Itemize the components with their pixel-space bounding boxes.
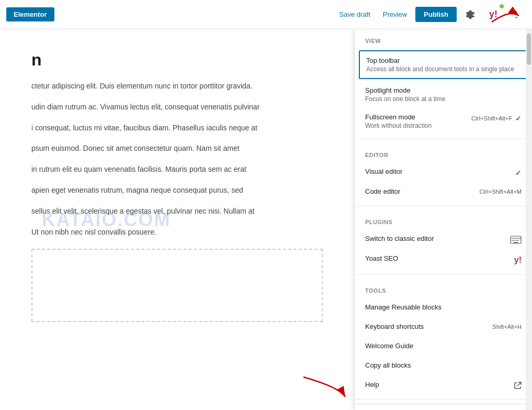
scrollbar-thumb[interactable] — [527, 34, 531, 65]
external-link-icon — [514, 382, 522, 389]
paragraph-8: Ut non nibh nec nisl convallis posuere. — [31, 226, 323, 239]
publish-button[interactable]: Publish — [415, 7, 457, 22]
welcome-guide-title: Welcome Guide — [365, 342, 522, 350]
code-editor-item[interactable]: Code editor Ctrl+Shift+Alt+M — [355, 182, 532, 202]
more-options-button[interactable] — [507, 5, 526, 24]
tools-section: TOOLS Manage Reusable blocks Keyboard sh… — [355, 279, 532, 395]
welcome-guide-item[interactable]: Welcome Guide — [355, 337, 532, 356]
settings-icon-button[interactable] — [461, 5, 480, 24]
plugins-section: PLUGINS Switch to classic editor — [355, 210, 532, 270]
help-title: Help — [365, 381, 508, 389]
paragraph-7: sellus elit velit, scelerisque a egestas… — [31, 205, 323, 218]
yoast-logo-icon: y! — [489, 9, 497, 20]
svg-point-0 — [516, 11, 517, 13]
fullscreen-shortcut: Ctrl+Shift+Alt+F — [471, 115, 512, 121]
keyboard-shortcuts-item[interactable]: Keyboard shortcuts Shift+Alt+H — [355, 317, 532, 337]
switch-classic-title: Switch to classic editor — [365, 235, 504, 242]
fullscreen-mode-item[interactable]: Fullscreen mode Work without distraction… — [355, 108, 532, 135]
copy-all-blocks-item[interactable]: Copy all blocks — [355, 356, 532, 375]
copy-all-blocks-title: Copy all blocks — [365, 361, 522, 369]
fullscreen-check-icon: ✓ — [515, 114, 522, 123]
manage-reusable-item[interactable]: Manage Reusable blocks — [355, 298, 532, 317]
paragraph-2: udin diam rutrum ac. Vivamus lectus elit… — [31, 101, 323, 114]
heading: n — [31, 50, 323, 70]
empty-block — [31, 249, 323, 322]
code-editor-shortcut: Ctrl+Shift+Alt+M — [480, 189, 522, 195]
divider-4 — [355, 399, 532, 400]
spotlight-mode-title: Spotlight mode — [365, 86, 522, 94]
editor-section-label: EDITOR — [355, 143, 532, 162]
help-item[interactable]: Help — [355, 375, 532, 395]
spotlight-mode-desc: Focus on one block at a time — [365, 95, 522, 103]
manage-reusable-title: Manage Reusable blocks — [365, 303, 522, 311]
paragraph-5: in rutrum elit eu quam venenatis facilis… — [31, 163, 323, 176]
keyboard-shortcuts-title: Keyboard shortcuts — [365, 323, 486, 330]
visual-editor-title: Visual editor — [365, 168, 509, 175]
top-bar: Elementor Save draft Preview Publish y! — [0, 0, 532, 29]
fullscreen-mode-title: Fullscreen mode — [365, 113, 465, 121]
svg-point-1 — [516, 14, 517, 15]
keyboard-icon — [510, 236, 522, 244]
top-toolbar-desc: Access all block and document tools in a… — [366, 65, 520, 73]
save-draft-button[interactable]: Save draft — [335, 7, 375, 21]
ellipsis-vertical-icon — [512, 10, 521, 19]
fullscreen-mode-desc: Work without distraction — [365, 122, 465, 129]
divider-3 — [355, 274, 532, 275]
paragraph-6: apien eget venenatis rutrum, magna neque… — [31, 184, 323, 197]
spotlight-mode-item[interactable]: Spotlight mode Focus on one block at a t… — [355, 81, 532, 108]
dropdown-panel: VIEW Top toolbar Access all block and do… — [354, 29, 532, 410]
yoast-status-dot — [500, 4, 504, 8]
view-section-label: VIEW — [355, 29, 532, 48]
yoast-seo-title: Yoast SEO — [365, 254, 508, 262]
paragraph-1: ctetur adipiscing elit. Duis elementum n… — [31, 80, 323, 93]
editor-section: EDITOR Visual editor ✓ Code editor Ctrl+… — [355, 143, 532, 202]
scrollbar[interactable] — [526, 29, 532, 410]
keyboard-shortcuts-shortcut: Shift+Alt+H — [492, 324, 522, 330]
yoast-seo-item[interactable]: Yoast SEO y! — [355, 249, 532, 270]
top-toolbar-item[interactable]: Top toolbar Access all block and documen… — [359, 50, 528, 79]
svg-point-2 — [516, 17, 517, 18]
svg-line-17 — [517, 382, 521, 386]
main-area: n ctetur adipiscing elit. Duis elementum… — [0, 29, 532, 410]
tools-section-label: TOOLS — [355, 279, 532, 298]
elementor-button[interactable]: Elementor — [6, 7, 54, 21]
divider-1 — [355, 139, 532, 139]
paragraph-3: i consequat, luctus mi vitae, faucibus d… — [31, 122, 323, 135]
paragraph-4: psum euismod. Donec sit amet consectetur… — [31, 142, 323, 155]
gear-icon — [466, 10, 475, 19]
yoast-seo-button[interactable]: y! — [484, 5, 503, 24]
plugins-section-label: PLUGINS — [355, 210, 532, 229]
visual-editor-item[interactable]: Visual editor ✓ — [355, 162, 532, 182]
editor-area[interactable]: n ctetur adipiscing elit. Duis elementum… — [0, 29, 354, 410]
editor-content: n ctetur adipiscing elit. Duis elementum… — [31, 50, 323, 238]
yoast-menu-icon: y! — [514, 256, 522, 265]
view-section: VIEW Top toolbar Access all block and do… — [355, 29, 532, 135]
topbar-right-actions: Save draft Preview Publish y! — [335, 5, 526, 24]
divider-2 — [355, 206, 532, 206]
preferences-item[interactable]: Preferences — [355, 404, 532, 410]
switch-classic-item[interactable]: Switch to classic editor — [355, 229, 532, 249]
visual-editor-check-icon: ✓ — [515, 169, 522, 177]
top-toolbar-title: Top toolbar — [366, 57, 520, 64]
code-editor-title: Code editor — [365, 187, 473, 195]
preview-button[interactable]: Preview — [379, 7, 411, 21]
